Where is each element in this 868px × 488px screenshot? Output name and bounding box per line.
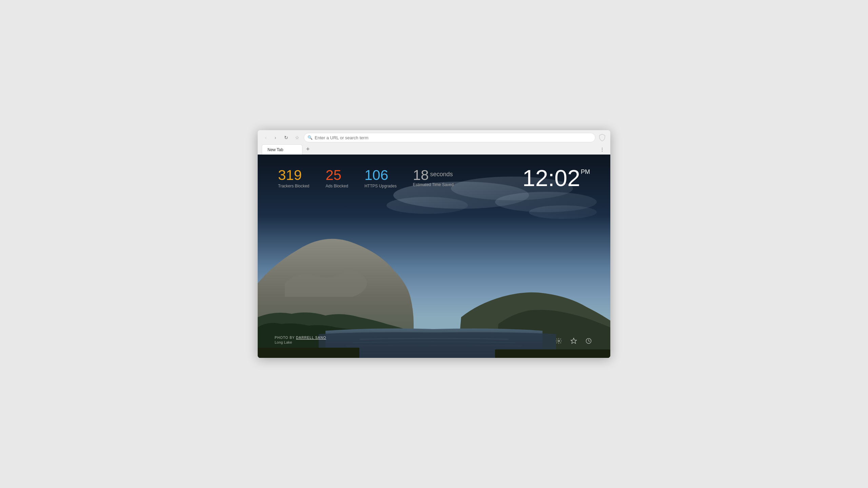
svg-rect-6: [258, 348, 359, 358]
tab-menu-button[interactable]: ⋮: [598, 145, 606, 154]
photo-credit-location: Long Lake: [275, 340, 326, 344]
svg-point-4: [387, 197, 468, 214]
reload-button[interactable]: ↻: [282, 134, 290, 142]
stats-overlay: 319 Trackers Blocked 25 Ads Blocked 106 …: [278, 168, 454, 188]
back-icon: ‹: [265, 135, 267, 140]
bookmark-icon: ☆: [295, 135, 299, 140]
time-label: Estimated Time Saved: [413, 182, 454, 187]
time-count: 18: [413, 168, 429, 182]
ads-count: 25: [326, 168, 341, 182]
https-label: HTTPS Upgrades: [364, 184, 397, 188]
bookmark-button[interactable]: ☆: [293, 134, 301, 142]
settings-button[interactable]: [554, 336, 564, 346]
page-content: 319 Trackers Blocked 25 Ads Blocked 106 …: [258, 155, 610, 358]
forward-button[interactable]: ›: [271, 134, 279, 142]
tabs-bar: New Tab + ⋮: [262, 144, 606, 155]
trackers-count: 319: [278, 168, 302, 182]
svg-rect-7: [495, 349, 610, 358]
ads-label: Ads Blocked: [326, 184, 348, 188]
bottom-controls: [554, 336, 593, 346]
clock-time: 12:02: [522, 166, 580, 189]
time-stat-row: 18 seconds: [413, 168, 453, 182]
photo-credit: PHOTO BY DARRELL SANO Long Lake: [275, 336, 326, 344]
bookmarks-button[interactable]: [569, 336, 578, 346]
forward-icon: ›: [275, 135, 276, 140]
active-tab[interactable]: New Tab: [262, 144, 302, 155]
new-tab-button[interactable]: +: [303, 144, 313, 154]
tab-menu-icon: ⋮: [600, 147, 605, 152]
time-stat: 18 seconds Estimated Time Saved: [413, 168, 454, 187]
time-unit: seconds: [430, 168, 453, 178]
photo-credit-prefix: PHOTO BY DARRELL SANO: [275, 336, 326, 340]
svg-point-5: [529, 205, 597, 219]
reload-icon: ↻: [284, 135, 288, 140]
https-stat: 106 HTTPS Upgrades: [364, 168, 397, 188]
nav-buttons: ‹ ›: [262, 134, 279, 142]
search-icon: 🔍: [308, 135, 313, 140]
browser-window: ‹ › ↻ ☆ 🔍 Ne: [258, 130, 610, 358]
new-tab-icon: +: [306, 146, 310, 153]
https-count: 106: [364, 168, 388, 182]
browser-toolbar: ‹ › ↻ ☆ 🔍: [262, 133, 606, 142]
address-input[interactable]: [315, 135, 592, 140]
clock-overlay: 12:02 PM: [522, 166, 590, 189]
ads-stat: 25 Ads Blocked: [326, 168, 348, 188]
history-button[interactable]: [584, 336, 593, 346]
svg-point-8: [558, 340, 560, 342]
photo-credit-name[interactable]: DARRELL SANO: [296, 336, 326, 340]
clock-ampm: PM: [581, 166, 590, 176]
trackers-label: Trackers Blocked: [278, 184, 309, 188]
svg-marker-9: [571, 338, 577, 344]
trackers-stat: 319 Trackers Blocked: [278, 168, 309, 188]
address-bar[interactable]: 🔍: [304, 133, 595, 142]
brave-shield-icon: [598, 134, 606, 142]
browser-chrome: ‹ › ↻ ☆ 🔍 Ne: [258, 130, 610, 155]
tab-label: New Tab: [268, 147, 297, 152]
back-button[interactable]: ‹: [262, 134, 270, 142]
